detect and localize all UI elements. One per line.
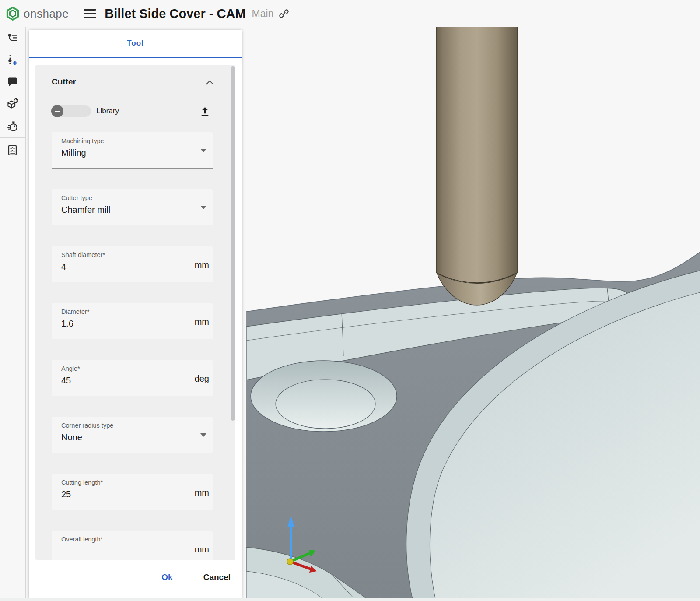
sidebar-item-help[interactable]: ?	[0, 93, 25, 115]
tab-tool-label: Tool	[127, 39, 144, 48]
document-title: Billet Side Cover - CAM	[105, 7, 245, 21]
onshape-logo-icon	[5, 6, 20, 21]
cutter-card: Cutter Library Machining type Milling	[35, 65, 235, 560]
field-value: 45	[61, 376, 71, 386]
window-bottom-edge	[0, 598, 700, 601]
ok-button[interactable]: Ok	[159, 571, 175, 584]
field-unit: mm	[195, 545, 209, 555]
sidebar-item-operations[interactable]	[0, 27, 25, 49]
field-cutter-type[interactable]: Cutter type Chamfer mill	[52, 189, 213, 225]
toggle-knob-off-icon	[51, 105, 63, 117]
dropdown-caret-icon	[200, 433, 206, 437]
cutter-section-title: Cutter	[52, 77, 76, 87]
svg-text:?: ?	[15, 98, 18, 103]
library-row: Library	[52, 102, 211, 120]
tab-tool[interactable]: Tool	[29, 30, 242, 58]
field-label: Cutting length*	[61, 479, 103, 486]
card-scrollbar-thumb[interactable]	[231, 66, 235, 421]
tool-dialog: Tool Cutter Library Machining t	[29, 30, 242, 599]
field-label: Shaft diameter*	[61, 251, 105, 258]
field-value: 25	[61, 489, 71, 499]
library-label: Library	[96, 107, 119, 116]
dropdown-caret-icon	[200, 149, 206, 152]
collapse-chevron-icon[interactable]	[206, 80, 214, 88]
sidebar-item-comments[interactable]	[0, 71, 25, 93]
library-toggle[interactable]	[52, 105, 91, 117]
field-value: 4	[61, 262, 66, 272]
field-angle[interactable]: Angle* 45 deg	[52, 360, 213, 396]
upload-icon	[199, 105, 211, 117]
logo-text: onshape	[24, 7, 69, 21]
field-unit: mm	[195, 488, 209, 498]
cancel-button[interactable]: Cancel	[201, 571, 233, 584]
add-operation-icon	[7, 54, 18, 66]
field-machining-type[interactable]: Machining type Milling	[52, 132, 213, 169]
field-label: Diameter*	[61, 308, 89, 315]
field-value: 1.6	[61, 319, 74, 329]
checklist-icon	[7, 144, 18, 156]
onshape-cam-app: onshape Billet Side Cover - CAM Main	[0, 0, 700, 601]
field-label: Corner radius type	[61, 422, 113, 429]
counterbore-hole	[251, 361, 397, 432]
field-corner-radius-type[interactable]: Corner radius type None	[52, 417, 213, 453]
dropdown-caret-icon	[200, 206, 206, 209]
field-cutting-length[interactable]: Cutting length* 25 mm	[52, 474, 213, 510]
upload-tool-button[interactable]	[199, 105, 211, 117]
dialog-footer: Ok Cancel	[29, 571, 233, 584]
field-label: Cutter type	[61, 194, 92, 201]
field-value: Milling	[61, 148, 86, 158]
share-link-icon[interactable]	[279, 8, 289, 19]
comment-icon	[7, 76, 18, 88]
sidebar-divider	[0, 137, 25, 138]
onshape-logo[interactable]: onshape	[5, 6, 69, 21]
sidebar-item-checklist[interactable]	[0, 139, 25, 161]
left-icon-rail: ?	[0, 27, 26, 601]
operations-list-icon	[7, 32, 18, 44]
sidebar-item-add-operation[interactable]	[0, 49, 25, 71]
field-overall-length[interactable]: Overall length* mm	[52, 531, 213, 560]
top-bar: onshape Billet Side Cover - CAM Main	[0, 0, 700, 27]
field-label: Overall length*	[61, 536, 103, 543]
workspace-label: Main	[252, 8, 274, 20]
field-unit: mm	[195, 260, 209, 270]
field-value: Chamfer mill	[61, 205, 110, 215]
field-diameter[interactable]: Diameter* 1.6 mm	[52, 303, 213, 339]
cube-question-icon: ?	[7, 98, 18, 110]
stopwatch-icon	[7, 120, 18, 132]
sidebar-item-timer[interactable]	[0, 115, 25, 137]
menu-hamburger-icon[interactable]	[82, 7, 98, 20]
field-label: Machining type	[61, 137, 104, 144]
field-label: Angle*	[61, 365, 80, 372]
origin-point	[287, 559, 293, 565]
field-shaft-diameter[interactable]: Shaft diameter* 4 mm	[52, 246, 213, 282]
chamfer-mill-cutter[interactable]	[436, 27, 518, 305]
field-value: None	[61, 432, 82, 443]
field-unit: deg	[195, 374, 209, 384]
field-unit: mm	[195, 317, 209, 327]
